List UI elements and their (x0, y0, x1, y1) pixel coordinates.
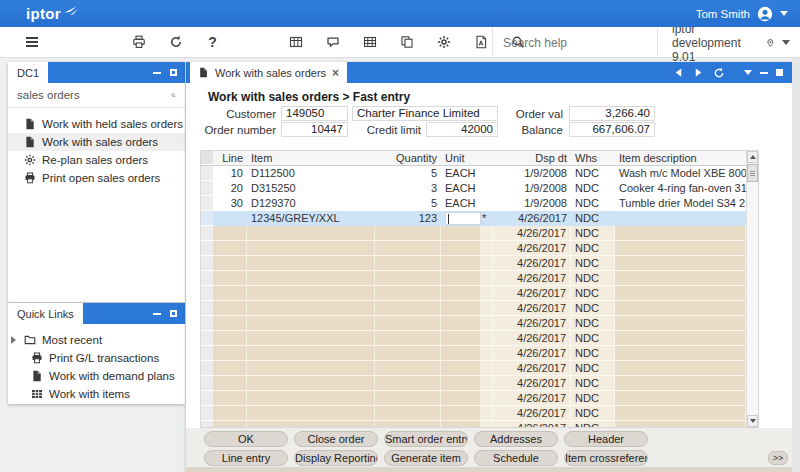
col-item[interactable]: Item (247, 151, 375, 165)
refresh-icon[interactable] (168, 35, 183, 50)
menu-icon[interactable] (24, 35, 39, 50)
empty-entry-row[interactable]: 4/26/2017 NDC (201, 316, 746, 331)
quick-links-tab[interactable]: Quick Links (8, 303, 83, 324)
cell-quantity: 5 (375, 166, 441, 181)
credit-limit-field[interactable]: 42000 (426, 122, 498, 137)
sidebar-menu-item-label: Print open sales orders (42, 172, 160, 184)
empty-entry-row[interactable]: 4/26/2017 NDC (201, 301, 746, 316)
fast-entry-content: Work with sales orders > Fast entry Cust… (186, 83, 792, 472)
empty-entry-row[interactable]: 4/26/2017 NDC (201, 421, 746, 428)
customer-field[interactable]: 149050 (281, 106, 348, 121)
print-icon[interactable] (131, 35, 146, 50)
scroll-down-icon[interactable] (747, 415, 758, 427)
quick-link-item[interactable]: Print G/L transactions (8, 349, 185, 367)
scrollbar-thumb[interactable] (747, 164, 758, 182)
copy-icon[interactable] (399, 35, 414, 50)
cell-whs: NDC (571, 286, 615, 301)
empty-entry-row[interactable]: 4/26/2017 NDC (201, 241, 746, 256)
maximize-icon[interactable] (170, 69, 177, 76)
maximize-icon[interactable] (170, 310, 177, 317)
refresh-icon[interactable] (713, 67, 725, 79)
order-line-row[interactable]: 20 D315250 3 EACH 1/9/2008 NDC Cooker 4-… (201, 181, 746, 196)
entry-marker: * (481, 211, 493, 226)
menu-search-input[interactable] (17, 89, 171, 101)
action-button[interactable]: Schedule (474, 450, 558, 466)
empty-entry-row[interactable]: 4/26/2017 NDC (201, 391, 746, 406)
menu-search-icon[interactable] (171, 89, 176, 102)
sidebar-menu-item[interactable]: Work with held sales orders (8, 115, 185, 133)
settings-gear-icon[interactable] (436, 35, 451, 50)
action-button[interactable]: Header (564, 431, 648, 447)
action-button[interactable]: OK (204, 431, 288, 447)
table-scrollbar[interactable] (746, 151, 758, 427)
action-button[interactable]: Generate item (384, 450, 468, 466)
quick-link-item[interactable]: Work with demand plans (8, 367, 185, 385)
col-item-description[interactable]: Item description (615, 151, 746, 165)
entry-row-active[interactable]: 12345/GREY/XXL 123 * 4/26/2017 NDC (201, 211, 746, 226)
page-right-gutter (792, 58, 800, 472)
caret-right-icon[interactable] (11, 336, 18, 344)
action-button[interactable]: Display Reporting Curr (294, 450, 378, 466)
quick-link-item[interactable]: Most recent (8, 331, 185, 349)
more-actions-button[interactable]: >> (768, 451, 788, 465)
action-button[interactable]: Item crossreference (564, 450, 648, 466)
user-menu[interactable]: Tom Smith (696, 6, 788, 22)
quick-links-list: Most recent Print G/L transactions (8, 324, 185, 403)
close-icon[interactable] (332, 66, 339, 80)
empty-entry-row[interactable]: 4/26/2017 NDC (201, 331, 746, 346)
order-number-field[interactable]: 10447 (281, 122, 348, 137)
empty-entry-row[interactable]: 4/26/2017 NDC (201, 346, 746, 361)
sidebar-menu-item[interactable]: Print open sales orders (8, 169, 185, 187)
col-dsp-dt[interactable]: Dsp dt (493, 151, 571, 165)
quick-link-label: Print G/L transactions (49, 352, 159, 364)
empty-entry-row[interactable]: 4/26/2017 NDC (201, 271, 746, 286)
pdf-document-icon[interactable] (473, 35, 488, 50)
help-search-input[interactable] (503, 36, 658, 50)
action-button[interactable]: Addresses (474, 431, 558, 447)
environment-selector[interactable]: iptor development 9.01 (660, 27, 800, 58)
panel-menu-icon[interactable] (744, 70, 752, 75)
empty-entry-row[interactable]: 4/26/2017 NDC (201, 376, 746, 391)
help-icon[interactable]: ? (205, 35, 220, 50)
forward-icon[interactable] (693, 67, 704, 78)
entry-unit-input[interactable] (445, 212, 481, 225)
customer-name-field[interactable]: Charter Finance Limited (352, 106, 498, 121)
entry-quantity-field[interactable]: 123 (375, 211, 441, 226)
dc1-panel-tab[interactable]: DC1 (8, 62, 48, 83)
sidebar-menu-item[interactable]: Re-plan sales orders (8, 151, 185, 169)
empty-entry-row[interactable]: 4/26/2017 NDC (201, 406, 746, 421)
empty-entry-row[interactable]: 4/26/2017 NDC (201, 226, 746, 241)
action-button[interactable]: Line entry (204, 450, 288, 466)
minimize-icon[interactable] (153, 313, 161, 315)
empty-entry-row[interactable]: 4/26/2017 NDC (201, 286, 746, 301)
entry-dsp-dt[interactable]: 4/26/2017 (493, 211, 571, 226)
chat-icon[interactable] (325, 35, 340, 50)
empty-entry-row[interactable]: 4/26/2017 NDC (201, 361, 746, 376)
col-line[interactable]: Line (213, 151, 247, 165)
cell-item: D129370 (247, 196, 375, 211)
table-view-icon[interactable] (288, 35, 303, 50)
quick-link-item[interactable]: Work with items (8, 385, 185, 403)
tab-work-with-sales-orders[interactable]: Work with sales orders (190, 62, 347, 83)
entry-whs[interactable]: NDC (571, 211, 615, 226)
maximize-icon[interactable] (776, 69, 783, 76)
col-whs[interactable]: Whs (571, 151, 615, 165)
detail-grid-icon[interactable] (362, 35, 377, 50)
empty-entry-row[interactable]: 4/26/2017 NDC (201, 256, 746, 271)
cell-unit: EACH (441, 181, 481, 196)
action-button[interactable]: Smart order entry (384, 431, 468, 447)
scroll-up-icon[interactable] (747, 151, 758, 163)
cell-whs: NDC (571, 181, 615, 196)
minimize-icon[interactable] (153, 72, 161, 74)
order-line-row[interactable]: 10 D112500 5 EACH 1/9/2008 NDC Wash m/c … (201, 166, 746, 181)
col-quantity[interactable]: Quantity (375, 151, 441, 165)
action-button[interactable]: Close order (294, 431, 378, 447)
cell-dsp-dt: 4/26/2017 (493, 241, 571, 256)
quick-links-header: Quick Links (8, 303, 185, 324)
col-unit[interactable]: Unit (441, 151, 481, 165)
entry-item-field[interactable]: 12345/GREY/XXL (247, 211, 375, 226)
minimize-icon[interactable] (760, 72, 768, 74)
order-line-row[interactable]: 30 D129370 5 EACH 1/9/2008 NDC Tumble dr… (201, 196, 746, 211)
sidebar-menu-item[interactable]: Work with sales orders (8, 133, 185, 151)
back-icon[interactable] (673, 67, 684, 78)
